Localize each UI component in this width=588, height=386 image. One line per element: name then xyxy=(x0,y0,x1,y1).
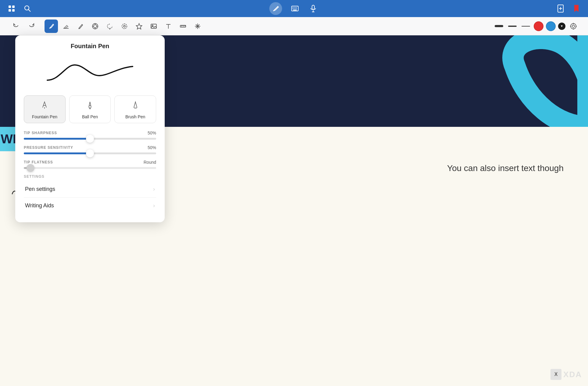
tip-flatness-section: TIP FLATNESS Round xyxy=(24,160,156,169)
color-red[interactable] xyxy=(534,21,543,31)
toolbar-tools xyxy=(45,20,490,33)
svg-point-49 xyxy=(571,23,576,29)
teal-arc-decoration xyxy=(442,35,588,127)
redo-button[interactable] xyxy=(25,20,38,33)
brush-pen-label: Brush Pen xyxy=(125,114,145,119)
color-dropdown[interactable]: ▼ xyxy=(558,23,565,30)
tip-sharpness-label: TIP SHARPNESS xyxy=(24,131,57,135)
writing-aids-item[interactable]: Writing Aids › xyxy=(24,198,156,214)
popup-title: Fountain Pen xyxy=(24,43,156,50)
pen-options-group: Fountain Pen Ball Pen xyxy=(24,95,156,123)
search-icon[interactable] xyxy=(22,3,33,14)
tip-sharpness-thumb[interactable] xyxy=(86,135,94,143)
undo-button[interactable] xyxy=(9,20,23,33)
svg-point-26 xyxy=(94,25,97,28)
brush-preview xyxy=(24,56,156,89)
top-bar-right xyxy=(555,3,582,14)
pen-settings-chevron-icon: › xyxy=(153,186,155,192)
target-button[interactable] xyxy=(568,21,579,32)
svg-rect-0 xyxy=(9,5,11,8)
undo-redo-group xyxy=(9,20,38,33)
tip-sharpness-fill xyxy=(24,138,90,140)
keyboard-icon[interactable] xyxy=(289,3,300,14)
grid-icon[interactable] xyxy=(6,3,17,14)
pen-settings-item[interactable]: Pen settings › xyxy=(24,181,156,198)
mic-icon[interactable] xyxy=(308,3,319,14)
main-content: WFH You can also insert text though X XD… xyxy=(0,35,588,386)
svg-rect-2 xyxy=(9,9,11,12)
focus-tool-button[interactable] xyxy=(88,20,102,33)
pressure-sensitivity-fill xyxy=(24,152,90,154)
top-bar-center xyxy=(269,2,319,15)
ball-pen-option[interactable]: Ball Pen xyxy=(69,95,111,123)
text-tool-button[interactable] xyxy=(162,20,175,33)
svg-rect-3 xyxy=(12,9,15,12)
pressure-sensitivity-thumb[interactable] xyxy=(86,149,94,157)
svg-point-4 xyxy=(25,6,29,10)
pen-settings-label: Pen settings xyxy=(25,186,55,192)
pen-popup: Fountain Pen Fountain Pen xyxy=(15,35,165,222)
writing-aids-chevron-icon: › xyxy=(153,202,155,209)
top-bar xyxy=(0,0,588,17)
star-tool-button[interactable] xyxy=(132,20,146,33)
svg-point-50 xyxy=(572,25,575,27)
tip-flatness-label: TIP FLATNESS xyxy=(24,160,53,164)
toolbar-row: ▼ xyxy=(0,17,588,35)
tip-flatness-value: Round xyxy=(144,160,156,165)
svg-line-25 xyxy=(79,28,79,29)
fountain-pen-option[interactable]: Fountain Pen xyxy=(24,95,66,123)
pen-active-icon[interactable] xyxy=(269,2,282,15)
tip-flatness-header: TIP FLATNESS Round xyxy=(24,160,156,165)
select-tool-button[interactable] xyxy=(118,20,131,33)
pressure-sensitivity-value: 50% xyxy=(148,145,156,150)
pen-tool-button[interactable] xyxy=(45,20,58,33)
ruler-tool-button[interactable] xyxy=(176,20,190,33)
pressure-sensitivity-section: PRESSURE SENSITIVITY 50% xyxy=(24,145,156,154)
svg-rect-36 xyxy=(151,24,156,28)
ball-pen-label: Ball Pen xyxy=(82,114,98,119)
line-medium-button[interactable] xyxy=(507,21,518,32)
tip-sharpness-section: TIP SHARPNESS 50% xyxy=(24,130,156,140)
eraser-tool-button[interactable] xyxy=(59,20,73,33)
tip-sharpness-track[interactable] xyxy=(24,138,156,140)
brush-pen-option[interactable]: Brush Pen xyxy=(114,95,156,123)
writing-aids-label: Writing Aids xyxy=(25,202,54,209)
tip-flatness-thumb[interactable] xyxy=(27,164,34,172)
top-bar-left xyxy=(6,3,33,14)
fountain-pen-label: Fountain Pen xyxy=(32,114,57,119)
bookmark-icon[interactable] xyxy=(571,3,582,14)
svg-rect-1 xyxy=(12,5,15,8)
pencil-tool-button[interactable] xyxy=(74,20,87,33)
ball-pen-icon xyxy=(86,101,94,111)
pressure-sensitivity-track[interactable] xyxy=(24,152,156,154)
sparkle-tool-button[interactable] xyxy=(191,20,204,33)
line-thin-button[interactable] xyxy=(520,21,531,32)
xda-icon: X xyxy=(550,369,561,380)
lasso-tool-button[interactable] xyxy=(103,20,117,33)
xda-text: XDA xyxy=(563,370,582,379)
svg-rect-17 xyxy=(312,5,314,9)
svg-line-5 xyxy=(28,9,30,12)
line-thick-button[interactable] xyxy=(493,21,504,32)
image-tool-button[interactable] xyxy=(147,20,160,33)
svg-marker-35 xyxy=(136,23,142,29)
fountain-pen-icon xyxy=(40,101,49,111)
settings-label: SETTINGS xyxy=(24,174,156,179)
tip-flatness-track[interactable] xyxy=(24,167,156,169)
canvas-text: You can also insert text though xyxy=(447,163,564,173)
svg-point-33 xyxy=(122,24,127,29)
svg-point-34 xyxy=(124,25,125,27)
brush-pen-icon xyxy=(131,101,140,111)
color-blue[interactable] xyxy=(546,21,556,31)
xda-watermark: X XDA xyxy=(550,369,582,380)
svg-point-58 xyxy=(89,108,91,109)
tip-sharpness-value: 50% xyxy=(148,130,156,135)
pressure-sensitivity-label: PRESSURE SENSITIVITY xyxy=(24,145,73,150)
new-doc-icon[interactable] xyxy=(555,3,566,14)
toolbar-right-group: ▼ xyxy=(493,21,579,32)
